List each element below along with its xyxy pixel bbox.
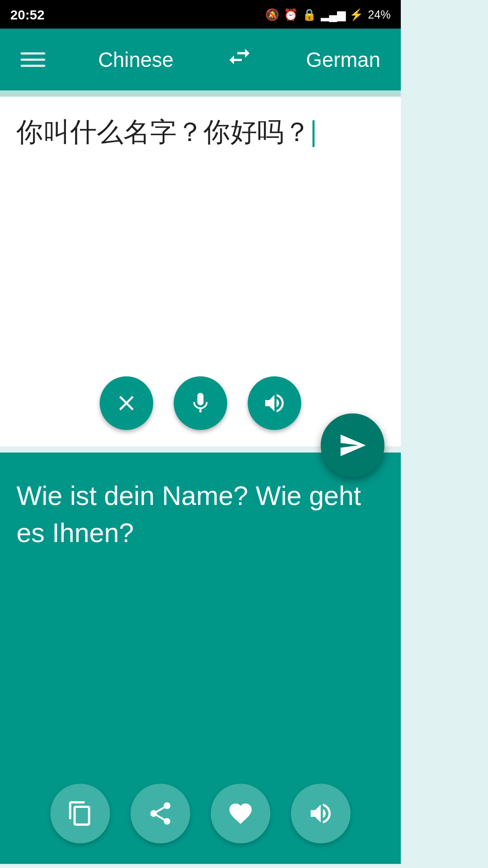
- speak-input-button[interactable]: [248, 377, 301, 430]
- source-text-content: 你叫什么名字？你好吗？: [16, 116, 310, 147]
- mic-icon: [188, 391, 213, 415]
- favorite-button[interactable]: [211, 783, 270, 843]
- translated-text: Wie ist dein Name? Wie geht es Ihnen?: [16, 477, 384, 552]
- app-header: Chinese German: [0, 29, 401, 90]
- translate-fab-button[interactable]: [321, 414, 385, 477]
- clear-button[interactable]: [100, 377, 153, 430]
- source-language-label[interactable]: Chinese: [98, 48, 174, 71]
- volume-up-icon: [307, 800, 334, 827]
- battery-level: 24%: [368, 8, 390, 20]
- input-section: 你叫什么名字？你好吗？: [0, 97, 401, 446]
- copy-button[interactable]: [50, 783, 110, 843]
- send-icon: [338, 431, 367, 460]
- swap-icon: [226, 43, 253, 70]
- output-section: Wie ist dein Name? Wie geht es Ihnen?: [0, 453, 401, 864]
- header-divider: [0, 90, 401, 97]
- input-actions: [100, 377, 301, 430]
- target-language-label[interactable]: German: [306, 48, 380, 71]
- text-cursor: [313, 120, 315, 147]
- close-icon: [114, 391, 139, 415]
- share-button[interactable]: [131, 783, 190, 843]
- menu-button[interactable]: [20, 52, 45, 67]
- speak-output-button[interactable]: [291, 783, 351, 843]
- status-icons: 🔕 ⏰ 🔒 ▂▄▆ ⚡ 24%: [265, 8, 390, 21]
- lock-icon: 🔒: [302, 8, 317, 21]
- alarm-icon: ⏰: [284, 8, 298, 21]
- menu-icon-line3: [20, 65, 45, 67]
- menu-icon-line2: [20, 59, 45, 61]
- output-actions: [50, 783, 350, 843]
- battery-icon: ⚡: [349, 8, 364, 21]
- source-text[interactable]: 你叫什么名字？你好吗？: [16, 113, 384, 319]
- share-icon: [147, 800, 174, 827]
- heart-icon: [227, 800, 254, 827]
- volume-icon: [262, 391, 287, 415]
- status-bar: 20:52 🔕 ⏰ 🔒 ▂▄▆ ⚡ 24%: [0, 0, 401, 29]
- copy-icon: [67, 800, 94, 827]
- swap-languages-button[interactable]: [226, 43, 253, 76]
- status-time: 20:52: [10, 7, 45, 22]
- menu-icon-line1: [20, 52, 45, 55]
- signal-icon: ▂▄▆: [321, 8, 345, 21]
- mute-icon: 🔕: [265, 8, 280, 21]
- mic-button[interactable]: [174, 377, 227, 430]
